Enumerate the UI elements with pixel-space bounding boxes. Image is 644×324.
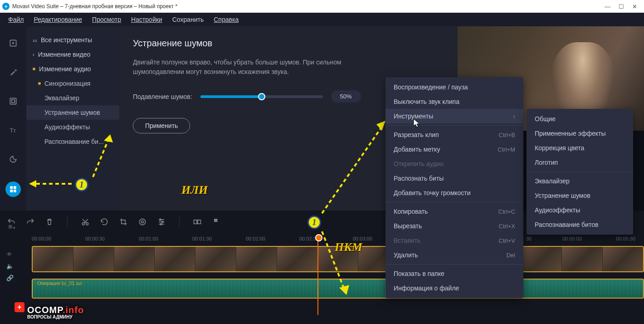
sub-common[interactable]: Общие [527,112,633,126]
tool-rail: Tт [0,26,26,211]
maximize-button[interactable]: ☐ [619,3,624,10]
menu-save[interactable]: Сохранить [172,16,204,23]
arrow-1b-icon [88,132,116,182]
svg-marker-23 [29,180,36,187]
rotate-icon[interactable] [98,216,110,228]
minimize-button[interactable]: — [605,3,610,10]
tool-eq[interactable]: Эквалайзер [26,91,119,105]
svg-point-19 [161,223,162,225]
arrow-1a-icon [26,177,76,191]
svg-rect-21 [198,220,201,224]
svg-marker-29 [339,285,349,295]
color-icon[interactable] [137,216,148,228]
ctx-paste: ВставитьCtrl+V [385,233,523,248]
track-mute-icon[interactable]: 🔈 [6,261,14,270]
ctx-split[interactable]: Разрезать клипCtrl+B [385,128,523,142]
transition-icon[interactable] [191,216,203,228]
svg-point-18 [162,221,163,222]
svg-point-13 [141,221,144,223]
track-link-icon[interactable]: 🔗 [6,273,14,282]
cursor-icon [413,118,421,128]
svg-rect-3 [10,98,16,104]
svg-rect-8 [10,190,13,192]
window-titlebar: ✦ Movavi Video Suite – 7-дневная пробная… [0,0,644,13]
rail-text-icon[interactable]: Tт [6,123,20,137]
rail-aspect-icon[interactable] [6,94,20,108]
slider-label: Подавление шумов: [133,93,192,100]
slider-value: 50% [331,90,361,103]
tool-audio[interactable]: Изменение аудио [26,62,119,76]
ctx-marker[interactable]: Добавить меткуCtrl+M [385,142,523,157]
audio-clip-label: Операция Ы_01.avi [37,280,83,286]
watermark-cross-icon: + [15,302,24,312]
add-track-icon[interactable]: ≡₊ [8,222,16,231]
panel-title: Устранение шумов [133,38,444,49]
menu-file[interactable]: Файл [8,16,24,23]
svg-rect-4 [12,100,15,103]
adjust-icon[interactable] [156,216,167,228]
rail-moon-icon[interactable] [6,152,20,166]
sub-color[interactable]: Коррекция цвета [527,141,633,155]
apply-button[interactable]: Применить [133,118,190,133]
anno-rmb: ПКМ [335,241,362,254]
menu-view[interactable]: Просмотр [92,16,121,23]
panel-desc: Двигайте ползунок вправо, чтобы убрать б… [133,58,369,77]
ctx-del[interactable]: УдалитьDel [385,248,523,262]
sub-eq[interactable]: Эквалайзер [527,174,633,188]
ctx-beats[interactable]: Распознать биты [385,171,523,186]
sub-beat[interactable]: Распознавание битов [527,217,633,232]
slider-thumb[interactable] [258,93,265,100]
sub-noise[interactable]: Устранение шумов [527,188,633,203]
rail-wand-icon[interactable] [6,65,20,79]
svg-point-17 [160,219,161,220]
svg-rect-9 [14,190,16,192]
svg-line-24 [93,138,109,177]
rail-add-icon[interactable] [6,36,20,50]
redo-icon[interactable] [24,216,36,228]
delete-icon[interactable] [44,216,55,228]
cut-icon[interactable] [79,216,91,228]
tool-all[interactable]: ⚏Все инструменты [26,33,119,47]
track-visibility-icon[interactable]: 👁 [6,250,14,259]
svg-marker-25 [104,134,113,142]
ctx-tools[interactable]: Инструменты› [385,109,523,123]
watermark: OCOMP.info ВОПРОСЫ АДМИНУ [27,305,84,319]
rail-more-icon[interactable] [5,182,21,197]
crop-icon[interactable] [117,216,129,228]
anno-or: ИЛИ [181,183,208,197]
window-title: Movavi Video Suite – 7-дневная пробная в… [12,3,177,10]
noise-slider[interactable] [200,95,323,98]
ctx-detach: Открепить аудио [385,157,523,171]
ctx-info[interactable]: Информация о файле [385,281,523,295]
arrow-down-icon [317,227,354,299]
sub-afx[interactable]: Аудиоэффекты [527,203,633,217]
chevron-right-icon: › [513,113,515,120]
arrow-tools-icon [317,118,390,218]
menu-edit[interactable]: Редактирование [34,16,82,23]
app-icon: ✦ [2,3,10,10]
close-button[interactable]: ✕ [632,3,637,10]
ctx-mute[interactable]: Выключить звук клипа [385,94,523,109]
marker-1b: 1 [307,216,321,229]
svg-text:Tт: Tт [10,128,16,134]
ctx-play[interactable]: Воспроизведение / пауза [385,80,523,94]
ctx-copy[interactable]: КопироватьCtrl+C [385,204,523,219]
ctx-volume[interactable]: Добавить точку громкости [385,186,523,200]
tool-video[interactable]: ›Изменение видео [26,47,119,62]
svg-line-26 [322,125,383,213]
tool-noise[interactable]: Устранение шумов [26,105,119,120]
sub-logo[interactable]: Логотип [527,155,633,170]
svg-rect-20 [194,220,197,224]
svg-rect-6 [10,186,13,189]
tool-sync[interactable]: Синхронизация [26,76,119,91]
svg-marker-27 [376,121,385,131]
sub-applied[interactable]: Примененные эффекты [527,126,633,141]
svg-point-12 [139,219,145,225]
ctx-cut[interactable]: ВырезатьCtrl+X [385,219,523,233]
menu-help[interactable]: Справка [214,16,239,23]
menu-settings[interactable]: Настройки [131,16,162,23]
menu-bar: Файл Редактирование Просмотр Настройки С… [0,13,644,26]
flag-icon[interactable] [210,216,222,228]
ctx-folder[interactable]: Показать в папке [385,266,523,281]
context-menu-main: Воспроизведение / пауза Выключить звук к… [385,77,523,298]
